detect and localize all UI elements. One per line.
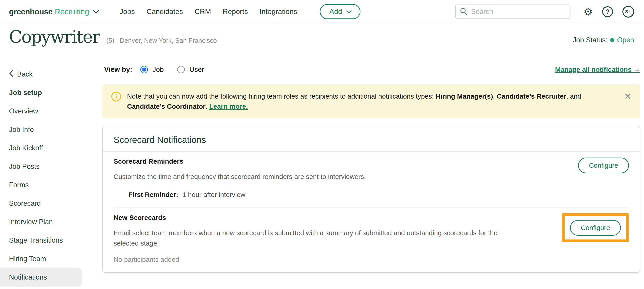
- sidebar-item-scorecard[interactable]: Scorecard: [0, 194, 102, 213]
- first-reminder-label: First Reminder:: [128, 191, 178, 198]
- sidebar-item-overview[interactable]: Overview: [0, 102, 102, 120]
- logo-primary-text: greenhouse: [9, 7, 52, 16]
- sidebar-item-interview-plan[interactable]: Interview Plan: [0, 213, 102, 231]
- annotation-highlight-box: Configure: [562, 213, 629, 242]
- chevron-left-icon: [9, 70, 14, 79]
- back-link[interactable]: Back: [0, 65, 102, 84]
- view-by-label: View by:: [104, 66, 132, 74]
- sidebar-item-forms[interactable]: Forms: [0, 176, 102, 194]
- banner-text: Note that you can now add the following …: [127, 91, 610, 111]
- first-reminder-value: 1 hour after interview: [182, 191, 245, 198]
- scorecard-reminders-heading: Scorecard Reminders: [114, 158, 366, 165]
- learn-more-link[interactable]: Learn more.: [209, 103, 248, 110]
- new-scorecards-section: New Scorecards Email select team members…: [103, 208, 640, 272]
- new-scorecards-heading: New Scorecards: [114, 214, 500, 221]
- scorecard-reminders-section: Scorecard Reminders Customize the time a…: [103, 152, 640, 207]
- view-by-option-job[interactable]: Job: [140, 66, 164, 74]
- radio-unselected-icon[interactable]: [177, 66, 185, 73]
- sidebar-item-job-info[interactable]: Job Info: [0, 120, 102, 139]
- app-logo[interactable]: greenhouse Recruiting: [9, 7, 100, 16]
- view-by-toolbar: View by: Job User Manage all notificatio…: [102, 64, 640, 75]
- banner-text-part1: Note that you can now add the following …: [127, 93, 436, 100]
- main-content: View by: Job User Manage all notificatio…: [102, 0, 640, 273]
- sidebar: Back Job setup Overview Job Info Job Kic…: [0, 65, 102, 286]
- radio-selected-icon[interactable]: [140, 66, 148, 73]
- new-scorecards-info: New Scorecards Email select team members…: [114, 214, 500, 263]
- radio-label-job: Job: [152, 66, 164, 74]
- info-icon: i: [111, 92, 121, 102]
- scorecard-reminders-description: Customize the time and frequency that sc…: [114, 171, 366, 182]
- notice-banner: i Note that you can now add the followin…: [102, 84, 640, 118]
- no-participants-text: No participants added: [114, 256, 500, 263]
- back-label: Back: [17, 70, 32, 78]
- configure-new-scorecards-button[interactable]: Configure: [570, 220, 621, 236]
- new-scorecards-description: Email select team members when a new sco…: [114, 228, 500, 248]
- banner-bold-hiring-managers: Hiring Manager(s): [436, 93, 493, 100]
- sidebar-item-job-posts[interactable]: Job Posts: [0, 157, 102, 176]
- logo-secondary-text: Recruiting: [55, 7, 89, 16]
- sidebar-item-job-kickoff[interactable]: Job Kickoff: [0, 139, 102, 157]
- banner-bold-candidates-recruiter: Candidate’s Recruiter: [497, 93, 566, 100]
- card-title: Scorecard Notifications: [114, 135, 629, 145]
- radio-label-user: User: [189, 66, 204, 74]
- scorecard-notifications-card: Scorecard Notifications Scorecard Remind…: [102, 126, 640, 273]
- banner-period: .: [206, 103, 209, 110]
- sidebar-item-stage-transitions[interactable]: Stage Transitions: [0, 231, 102, 250]
- card-header: Scorecard Notifications: [103, 126, 640, 152]
- sidebar-item-notifications[interactable]: Notifications: [0, 268, 82, 286]
- banner-separator1: ,: [493, 93, 497, 100]
- sidebar-item-hiring-team[interactable]: Hiring Team: [0, 250, 102, 268]
- banner-bold-candidates-coordinator: Candidate’s Coordinator: [127, 103, 206, 110]
- banner-separator2: , and: [566, 93, 581, 100]
- manage-all-notifications-link[interactable]: Manage all notifications →: [555, 66, 640, 73]
- chevron-down-icon: [93, 10, 100, 14]
- configure-scorecard-reminders-button[interactable]: Configure: [578, 158, 629, 173]
- page-title: Copywriter: [9, 28, 100, 46]
- scorecard-reminders-info: Scorecard Reminders Customize the time a…: [114, 158, 366, 198]
- first-reminder-detail: First Reminder: 1 hour after interview: [128, 191, 366, 198]
- close-icon[interactable]: ✕: [623, 91, 632, 102]
- sidebar-section-job-setup: Job setup: [0, 84, 102, 102]
- view-by-option-user[interactable]: User: [177, 66, 204, 74]
